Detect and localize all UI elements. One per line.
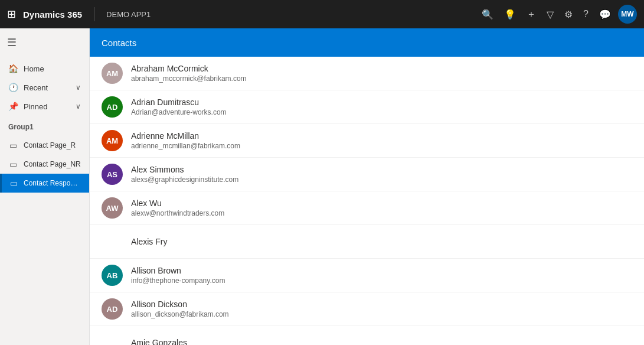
contact-email: adrienne_mcmillan@fabrikam.com [131, 142, 240, 150]
sidebar-item-label-contact-responsive: Contact Responsive ... [24, 179, 81, 187]
topbar-divider [94, 7, 94, 21]
contact-avatar: AD [102, 298, 123, 320]
contact-info: Alexis Fry [131, 237, 167, 246]
sidebar-toggle[interactable]: ☰ [0, 28, 89, 57]
page-title: Contacts [102, 38, 136, 48]
main-right: Contacts AM Abraham McCormick abraham_mc… [90, 28, 644, 345]
filter-icon[interactable]: ▽ [543, 5, 557, 24]
sidebar-nav: 🏠 Home 🕐 Recent ∨ 📌 Pinned ∨ [0, 57, 89, 118]
chevron-down-icon-pinned: ∨ [76, 102, 81, 110]
demo-app-label: DEMO APP1 [106, 10, 151, 19]
group-label: Group1 [0, 118, 89, 134]
contact-email: allison_dickson@fabrikam.com [131, 310, 229, 318]
pinned-icon: 📌 [8, 102, 18, 111]
contact-info: Abraham McCormick abraham_mccormick@fabr… [131, 64, 247, 83]
content-area: ☰ 🏠 Home 🕐 Recent ∨ 📌 Pinned ∨ Group1 ▭ … [0, 28, 644, 345]
topbar-right: 🔍 💡 ＋ ▽ ⚙ ? 💬 MW [478, 5, 637, 24]
page-r-icon: ▭ [8, 141, 18, 150]
page-header: Contacts [90, 28, 644, 57]
sidebar-item-contact-page-nr[interactable]: ▭ Contact Page_NR [0, 155, 89, 174]
contact-list: AM Abraham McCormick abraham_mccormick@f… [90, 57, 644, 345]
contact-avatar: AS [102, 164, 123, 185]
sidebar-item-label-contact-page-r: Contact Page_R [24, 141, 76, 149]
contact-row[interactable]: AM Adrienne McMillan adrienne_mcmillan@f… [90, 124, 644, 158]
sidebar-group1: ▭ Contact Page_R ▭ Contact Page_NR ▭ Con… [0, 134, 89, 195]
contact-avatar: AM [102, 63, 123, 84]
contact-info: Adrian Dumitrascu Adrian@adventure-works… [131, 97, 227, 116]
add-icon[interactable]: ＋ [523, 5, 540, 24]
contact-avatar-placeholder [102, 231, 123, 252]
recent-icon: 🕐 [8, 83, 18, 92]
user-avatar[interactable]: MW [618, 5, 637, 24]
contact-avatar-placeholder [102, 332, 123, 345]
contact-email: Adrian@adventure-works.com [131, 108, 227, 116]
help-icon[interactable]: ? [580, 5, 592, 23]
topbar: ⊞ Dynamics 365 DEMO APP1 🔍 💡 ＋ ▽ ⚙ ? 💬 M… [0, 0, 644, 28]
contact-name: Alex Simmons [131, 165, 238, 174]
search-icon[interactable]: 🔍 [478, 5, 497, 24]
contact-name: Abraham McCormick [131, 64, 247, 73]
contact-row[interactable]: AS Alex Simmons alexs@graphicdesigninsti… [90, 158, 644, 191]
contact-info: Allison Brown info@thephone-company.com [131, 266, 225, 285]
sidebar-item-label-recent: Recent [24, 83, 48, 92]
contact-row[interactable]: AB Allison Brown info@thephone-company.c… [90, 259, 644, 292]
contact-name: Allison Dickson [131, 300, 229, 309]
contact-row[interactable]: AD Allison Dickson allison_dickson@fabri… [90, 292, 644, 326]
topbar-left: ⊞ Dynamics 365 DEMO APP1 [7, 7, 151, 21]
contact-avatar: AB [102, 265, 123, 286]
waffle-icon[interactable]: ⊞ [7, 8, 16, 21]
bulb-icon[interactable]: 💡 [501, 5, 519, 24]
contact-row[interactable]: AM Abraham McCormick abraham_mccormick@f… [90, 57, 644, 90]
home-icon: 🏠 [8, 64, 18, 73]
contact-row[interactable]: AD Adrian Dumitrascu Adrian@adventure-wo… [90, 90, 644, 124]
contact-email: abraham_mccormick@fabrikam.com [131, 74, 247, 83]
sidebar-item-contact-responsive[interactable]: ▭ Contact Responsive ... [0, 174, 89, 193]
chevron-down-icon: ∨ [76, 83, 81, 92]
settings-icon[interactable]: ⚙ [561, 5, 576, 24]
contact-avatar: AW [102, 197, 123, 219]
contact-info: Allison Dickson allison_dickson@fabrikam… [131, 300, 229, 318]
contact-info: Adrienne McMillan adrienne_mcmillan@fabr… [131, 131, 240, 150]
page-nr-icon: ▭ [8, 160, 18, 169]
contact-email: alexw@northwindtraders.com [131, 209, 224, 217]
contact-name: Allison Brown [131, 266, 225, 275]
contact-avatar: AD [102, 96, 123, 118]
contact-name: Alexis Fry [131, 237, 167, 246]
contact-info: Alex Simmons alexs@graphicdesigninstitut… [131, 165, 238, 184]
contact-row[interactable]: AW Alex Wu alexw@northwindtraders.com [90, 191, 644, 225]
contact-avatar: AM [102, 130, 123, 151]
contact-info: Alex Wu alexw@northwindtraders.com [131, 198, 224, 217]
contact-email: info@thephone-company.com [131, 276, 225, 285]
contact-info: Amie Gonzales [131, 338, 187, 345]
hamburger-icon: ☰ [7, 36, 17, 49]
sidebar-item-label-pinned: Pinned [24, 102, 47, 111]
sidebar-item-label-home: Home [24, 64, 44, 73]
chat-icon[interactable]: 💬 [596, 5, 614, 24]
contact-name: Alex Wu [131, 198, 224, 208]
sidebar-item-pinned[interactable]: 📌 Pinned ∨ [0, 97, 89, 116]
contact-name: Adrienne McMillan [131, 131, 240, 141]
contact-name: Adrian Dumitrascu [131, 97, 227, 107]
contact-list-container[interactable]: AM Abraham McCormick abraham_mccormick@f… [90, 57, 644, 345]
contact-row[interactable]: Alexis Fry [90, 225, 644, 259]
sidebar-item-home[interactable]: 🏠 Home [0, 59, 89, 78]
contact-row[interactable]: Amie Gonzales [90, 326, 644, 345]
app-title: Dynamics 365 [23, 9, 82, 19]
contact-email: alexs@graphicdesigninstitute.com [131, 175, 238, 184]
sidebar-item-label-contact-page-nr: Contact Page_NR [24, 160, 81, 168]
sidebar: ☰ 🏠 Home 🕐 Recent ∨ 📌 Pinned ∨ Group1 ▭ … [0, 28, 90, 345]
sidebar-item-contact-page-r[interactable]: ▭ Contact Page_R [0, 136, 89, 155]
contact-name: Amie Gonzales [131, 338, 187, 345]
sidebar-item-recent[interactable]: 🕐 Recent ∨ [0, 78, 89, 97]
page-responsive-icon: ▭ [10, 178, 18, 188]
